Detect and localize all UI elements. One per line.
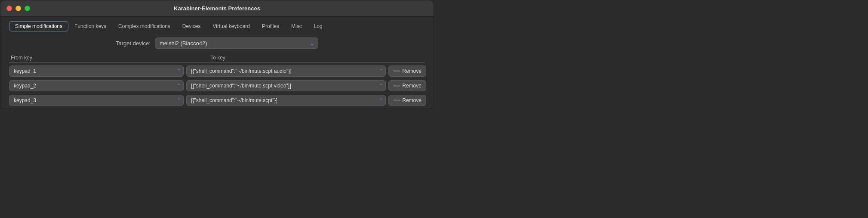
remove-button-2[interactable]: ➖ Remove [388,80,426,91]
from-key-select-wrapper-1: keypad_1 ⌃ [9,65,184,77]
action-header [396,55,425,61]
tab-function-keys[interactable]: Function keys [68,21,112,31]
to-key-select-wrapper-1: [{"shell_command":"~/bin/mute.scpt audio… [186,65,386,77]
tab-complex-modifications[interactable]: Complex modifications [112,21,176,31]
to-key-select-2[interactable]: [{"shell_command":"~/bin/mute.scpt video… [186,80,386,91]
from-key-select-3[interactable]: keypad_3 [9,95,184,106]
remove-label-1: Remove [402,68,422,74]
tab-misc[interactable]: Misc [285,21,308,31]
main-window: Karabiner-Elements Preferences Simple mo… [0,0,434,109]
from-key-select-2[interactable]: keypad_2 [9,80,184,91]
table-header: From key To key [9,55,425,63]
from-key-select-1[interactable]: keypad_1 [9,65,184,77]
tab-log[interactable]: Log [308,21,329,31]
tab-devices[interactable]: Devices [176,21,207,31]
tabs-bar: Simple modifications Function keys Compl… [0,17,434,31]
device-select[interactable]: meishi2 (Biacco42) [155,37,318,49]
to-key-select-wrapper-2: [{"shell_command":"~/bin/mute.scpt video… [186,80,386,91]
remove-icon-3: ➖ [393,97,400,103]
titlebar: Karabiner-Elements Preferences [0,0,434,17]
remove-label-2: Remove [402,83,422,89]
from-key-header: From key [9,55,209,61]
device-select-wrapper: meishi2 (Biacco42) ⌄ [155,37,318,49]
minimize-button[interactable] [15,6,21,11]
content-area: Target device: meishi2 (Biacco42) ⌄ From… [0,31,434,109]
tab-profiles[interactable]: Profiles [256,21,285,31]
close-button[interactable] [6,6,12,11]
remove-icon-2: ➖ [393,83,400,89]
remove-icon-1: ➖ [393,68,400,74]
tab-simple-modifications[interactable]: Simple modifications [9,21,68,31]
tab-virtual-keyboard[interactable]: Virtual keyboard [207,21,256,31]
target-device-row: Target device: meishi2 (Biacco42) ⌄ [9,37,425,49]
to-key-header: To key [209,55,396,61]
traffic-lights [6,6,30,11]
from-key-select-wrapper-3: keypad_3 ⌃ [9,95,184,106]
to-key-select-wrapper-3: [{"shell_command":"~/bin/mute.scpt"}] ⌃ [186,95,386,106]
mapping-row-1: keypad_1 ⌃ [{"shell_command":"~/bin/mute… [9,64,425,78]
remove-button-1[interactable]: ➖ Remove [388,65,426,77]
target-device-label: Target device: [116,40,151,47]
to-key-select-1[interactable]: [{"shell_command":"~/bin/mute.scpt audio… [186,65,386,77]
maximize-button[interactable] [25,6,30,11]
remove-label-3: Remove [402,97,422,103]
mapping-row-2: keypad_2 ⌃ [{"shell_command":"~/bin/mute… [9,78,425,93]
window-title: Karabiner-Elements Preferences [174,5,260,12]
to-key-select-3[interactable]: [{"shell_command":"~/bin/mute.scpt"}] [186,95,386,106]
mapping-row-3: keypad_3 ⌃ [{"shell_command":"~/bin/mute… [9,93,425,108]
remove-button-3[interactable]: ➖ Remove [388,95,426,106]
from-key-select-wrapper-2: keypad_2 ⌃ [9,80,184,91]
